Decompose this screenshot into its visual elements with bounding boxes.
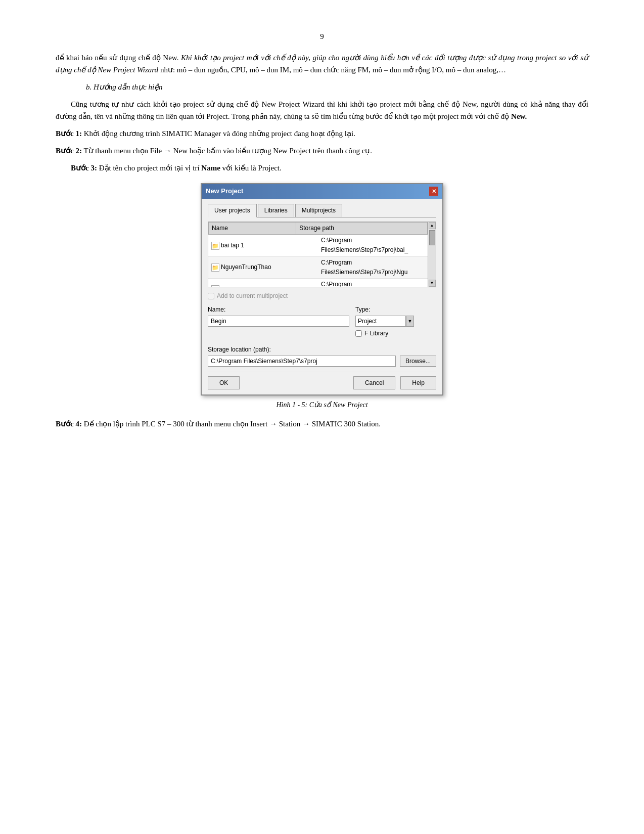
table-scrollbar[interactable]: ▲ ▼ [428,222,436,287]
add-to-multiproject-row: Add to current multiproject [208,291,436,301]
browse-button[interactable]: Browse... [400,356,436,367]
help-button[interactable]: Help [400,376,436,389]
project-table: Name Storage path bai tap 1 C:\Program F… [208,222,428,287]
paragraph-intro: để khai báo nếu sử dụng chế độ New. Khi … [56,52,588,76]
name-input[interactable] [208,316,349,327]
dialog-footer: OK Cancel Help [208,372,436,389]
page-number: 9 [56,30,588,42]
type-field-col: Type: ▼ F Library [355,305,436,341]
scroll-up-button[interactable]: ▲ [429,222,436,229]
dialog-title: New Project [206,186,243,197]
station-text: Station [279,420,301,428]
figure-caption: Hình 1 - 5: Cửa sổ New Project [56,400,588,411]
step-3-label: Bước 3: [71,164,97,172]
scroll-down-button[interactable]: ▼ [429,280,436,287]
f-library-row: F Library [355,329,436,338]
add-to-multiproject-checkbox[interactable] [208,293,214,299]
col-path: Storage path [296,222,428,234]
dialog-body: User projects Libraries Multiprojects Na… [202,199,442,394]
name-type-row: Name: Type: ▼ F Library [208,305,436,341]
dialog-container: New Project ✕ User projects Libraries Mu… [56,183,588,396]
tab-multiprojects[interactable]: Multiprojects [295,204,342,217]
type-select-wrap: ▼ [355,316,436,327]
step-2-label: Bước 2: [56,147,82,155]
dialog-titlebar: New Project ✕ [202,184,442,199]
cancel-button[interactable]: Cancel [353,376,395,389]
type-label: Type: [355,305,436,315]
scroll-thumb[interactable] [429,230,435,245]
paragraph-2: Cũng tương tự như cách khởi tạo project … [56,98,588,122]
type-dropdown-arrow[interactable]: ▼ [406,316,414,327]
storage-label: Storage location (path): [208,345,436,355]
table-row[interactable]: PLC C:\Program Files\Siemens\Step7\s7pro… [208,279,428,287]
storage-input[interactable] [208,356,396,367]
new-project-dialog: New Project ✕ User projects Libraries Mu… [201,183,443,396]
table-row[interactable]: bai tap 1 C:\Program Files\Siemens\Step7… [208,235,428,256]
tab-user-projects[interactable]: User projects [208,204,257,217]
step-4: Bước 4: Để chọn lập trình PLC S7 – 300 t… [56,418,588,430]
section-heading-b: b. Hướng dẫn thực hiện [56,81,588,93]
storage-row: Storage location (path): Browse... [208,345,436,367]
step-3: Bước 3: Đặt tên cho project mới tại vị t… [56,162,588,174]
step-1-label: Bước 1: [56,129,82,138]
f-library-checkbox[interactable] [355,330,362,337]
col-name: Name [209,222,296,234]
table-row[interactable]: NguyenTrungThao C:\Program Files\Siemens… [208,257,428,279]
step-2: Bước 2: Từ thanh menu chọn File → New ho… [56,145,588,157]
project-list-scroll: Name Storage path bai tap 1 C:\Program F… [208,222,436,287]
step-1: Bước 1: Khởi động chương trình SIMATIC M… [56,127,588,140]
name-field-col: Name: [208,305,349,327]
storage-field-wrap: Browse... [208,356,436,367]
add-to-multiproject-label: Add to current multiproject [217,291,288,301]
ok-button[interactable]: OK [208,376,240,389]
tab-libraries[interactable]: Libraries [258,204,294,217]
name-label: Name: [208,305,349,315]
dialog-tabs: User projects Libraries Multiprojects [208,204,436,217]
dialog-close-button[interactable]: ✕ [429,187,438,196]
step-4-label: Bước 4: [56,420,82,428]
f-library-label: F Library [364,329,388,338]
type-input[interactable] [355,316,406,327]
